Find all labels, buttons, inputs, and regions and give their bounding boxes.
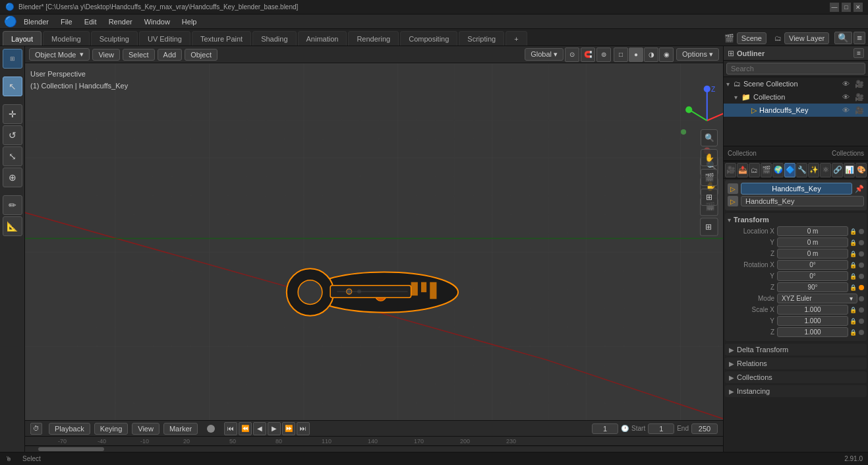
menu-render[interactable]: Render bbox=[103, 16, 138, 27]
outliner-search-input[interactable] bbox=[726, 63, 865, 75]
proportional-edit[interactable]: ⊚ bbox=[596, 47, 611, 62]
prop-tab-physics[interactable]: ⚛ bbox=[820, 163, 831, 177]
jump-start-btn[interactable]: ⏮ bbox=[224, 422, 237, 435]
prop-tab-render[interactable]: 🎥 bbox=[725, 163, 736, 177]
scene-collection-eye[interactable]: 👁 bbox=[842, 80, 850, 88]
rendered-btn[interactable]: ◉ bbox=[659, 47, 674, 62]
location-z-value[interactable]: 0 m bbox=[777, 249, 848, 259]
handcuffs-key-eye[interactable]: 👁 bbox=[842, 106, 850, 114]
cursor-tool[interactable]: ↖ bbox=[3, 77, 22, 96]
minimize-button[interactable]: — bbox=[830, 3, 839, 12]
rotation-x-value[interactable]: 0° bbox=[777, 260, 848, 270]
playback-menu[interactable]: Playback bbox=[49, 423, 90, 435]
rotation-z-lock[interactable]: 🔒 bbox=[848, 284, 857, 291]
transform-tool[interactable]: ⊕ bbox=[3, 168, 22, 187]
scale-y-lock[interactable]: 🔒 bbox=[848, 318, 857, 325]
global-transform[interactable]: Global ▾ bbox=[525, 48, 564, 61]
menu-help[interactable]: Help bbox=[177, 16, 202, 27]
start-frame[interactable]: 1 bbox=[648, 423, 674, 434]
transform-pivot[interactable]: ⊙ bbox=[565, 47, 579, 62]
marker-menu[interactable]: Marker bbox=[163, 423, 198, 435]
view-layer-selector[interactable]: View Layer bbox=[784, 32, 829, 44]
rotation-mode-dropdown[interactable]: XYZ Euler ▾ bbox=[777, 294, 857, 303]
tab-rendering[interactable]: Rendering bbox=[348, 31, 399, 46]
scale-x-lock[interactable]: 🔒 bbox=[848, 307, 857, 313]
scale-x-value[interactable]: 1.000 bbox=[777, 305, 848, 315]
end-frame[interactable]: 250 bbox=[691, 423, 718, 434]
pan-icon-btn[interactable]: ✋ bbox=[701, 149, 718, 166]
current-frame[interactable]: 1 bbox=[592, 423, 618, 434]
relations-header[interactable]: ▶ Relations bbox=[725, 357, 867, 369]
scroll-thumb[interactable] bbox=[38, 447, 104, 451]
collection-camera2-icon[interactable]: 🎥 bbox=[855, 93, 864, 102]
outliner-collection[interactable]: ▾ 📁 Collection 👁 🎥 bbox=[724, 90, 868, 104]
prop-tab-world[interactable]: 🌍 bbox=[772, 163, 784, 177]
zoom-icon-btn[interactable]: 🔍 bbox=[701, 129, 718, 146]
prop-tab-view-layer[interactable]: 🗂 bbox=[749, 163, 760, 177]
object-mode-dropdown[interactable]: Object Mode ▾ bbox=[29, 48, 90, 61]
move-tool[interactable]: ✛ bbox=[3, 104, 22, 124]
jump-end-btn[interactable]: ⏭ bbox=[297, 422, 310, 435]
tab-compositing[interactable]: Compositing bbox=[400, 31, 457, 46]
prop-tab-constraints[interactable]: 🔗 bbox=[832, 163, 843, 177]
maximize-button[interactable]: □ bbox=[842, 3, 851, 12]
location-x-value[interactable]: 0 m bbox=[777, 226, 848, 236]
options-btn[interactable]: Options ▾ bbox=[676, 48, 719, 61]
solid-btn[interactable]: ● bbox=[629, 47, 643, 62]
tab-uv-editing[interactable]: UV Editing bbox=[139, 31, 190, 46]
menu-blender[interactable]: Blender bbox=[18, 16, 54, 27]
tab-layout[interactable]: Layout bbox=[3, 31, 42, 46]
play-btn[interactable]: ▶ bbox=[268, 422, 281, 435]
rotation-y-value[interactable]: 0° bbox=[777, 271, 848, 281]
collections-header[interactable]: ▶ Collections bbox=[725, 371, 867, 383]
transform-header[interactable]: ▾ Transform bbox=[728, 216, 864, 224]
prop-tab-data[interactable]: 📊 bbox=[844, 163, 855, 177]
prop-tab-object[interactable]: 🔷 bbox=[784, 163, 796, 177]
close-button[interactable]: ✕ bbox=[854, 3, 863, 12]
rotation-x-lock[interactable]: 🔒 bbox=[848, 262, 857, 268]
grid-icon-btn[interactable]: ⊞ bbox=[701, 189, 718, 206]
location-y-value[interactable]: 0 m bbox=[777, 237, 848, 247]
viewport[interactable]: User Perspective (1) Collection | Handcu… bbox=[25, 63, 723, 420]
measure-tool[interactable]: 📐 bbox=[3, 216, 22, 236]
prop-tab-scene[interactable]: 🎬 bbox=[761, 163, 772, 177]
tab-texture-paint[interactable]: Texture Paint bbox=[192, 31, 251, 46]
prev-frame-btn[interactable]: ⏪ bbox=[239, 422, 252, 435]
add-menu[interactable]: Add bbox=[158, 49, 183, 61]
scale-z-lock[interactable]: 🔒 bbox=[848, 329, 857, 336]
camera-icon-btn[interactable]: 🎬 bbox=[701, 169, 718, 186]
instancing-header[interactable]: ▶ Instancing bbox=[725, 385, 867, 397]
view-menu[interactable]: View bbox=[92, 49, 120, 61]
scale-y-value[interactable]: 1.000 bbox=[777, 316, 848, 326]
play-reverse-btn[interactable]: ◀ bbox=[253, 422, 266, 435]
menu-file[interactable]: File bbox=[55, 16, 78, 27]
menu-window[interactable]: Window bbox=[139, 16, 175, 27]
keying-menu[interactable]: Keying bbox=[94, 423, 129, 435]
location-x-lock[interactable]: 🔒 bbox=[848, 228, 857, 235]
record-dot[interactable] bbox=[207, 425, 215, 433]
tab-animation[interactable]: Animation bbox=[298, 31, 347, 46]
tab-scripting[interactable]: Scripting bbox=[459, 31, 504, 46]
material-btn[interactable]: ◑ bbox=[644, 47, 658, 62]
timeline-mode-btn[interactable]: ⏱ bbox=[30, 423, 42, 435]
prop-tab-particles[interactable]: ✨ bbox=[808, 163, 819, 177]
location-y-lock[interactable]: 🔒 bbox=[848, 239, 857, 246]
scene-selector[interactable]: Scene bbox=[737, 32, 767, 44]
tab-add[interactable]: + bbox=[506, 31, 527, 46]
scale-tool[interactable]: ⤡ bbox=[3, 146, 22, 166]
rotation-z-value[interactable]: 90° bbox=[777, 282, 848, 292]
scale-z-value[interactable]: 1.000 bbox=[777, 327, 848, 337]
timeline-scrollbar[interactable] bbox=[25, 447, 723, 452]
annotate-tool[interactable]: ✏ bbox=[3, 195, 22, 215]
outliner-filter-btn[interactable]: ≡ bbox=[854, 48, 864, 58]
collection-eye[interactable]: 👁 bbox=[842, 93, 850, 101]
snap-toggle[interactable]: 🧲 bbox=[581, 47, 595, 62]
menu-edit[interactable]: Edit bbox=[79, 16, 102, 27]
tab-shading[interactable]: Shading bbox=[252, 31, 296, 46]
location-z-lock[interactable]: 🔒 bbox=[848, 251, 857, 257]
data-name-input[interactable] bbox=[741, 196, 864, 206]
filter-button[interactable]: ≡ bbox=[854, 32, 865, 44]
rotation-y-lock[interactable]: 🔒 bbox=[848, 273, 857, 280]
prop-tab-material[interactable]: 🎨 bbox=[855, 163, 867, 177]
next-frame-btn[interactable]: ⏩ bbox=[282, 422, 295, 435]
